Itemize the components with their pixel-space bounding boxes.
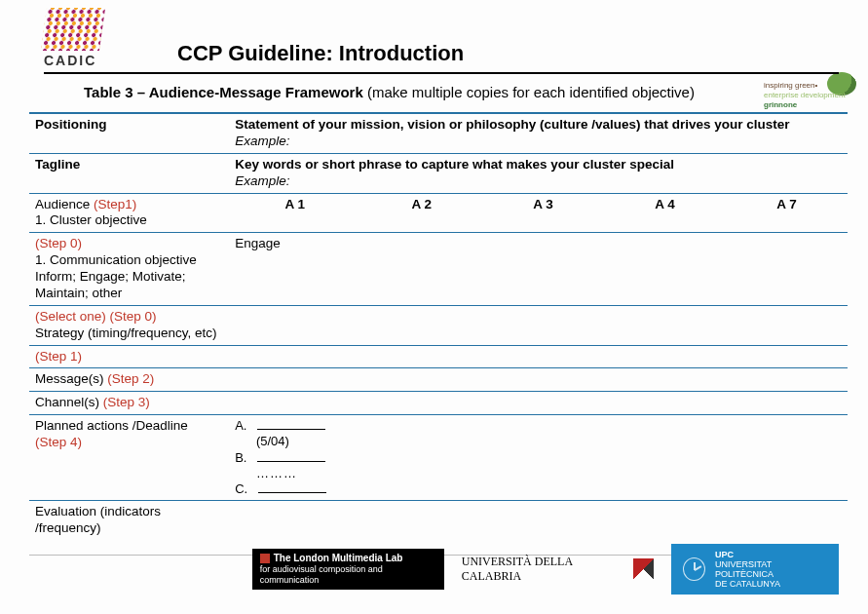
channels-step: (Step 3) — [103, 395, 150, 409]
cell-planned-a7 — [726, 415, 848, 501]
caption-rest: (make multiple copies for each identifie… — [363, 84, 695, 100]
cell-channels-a2 — [360, 392, 482, 415]
upc-small: UPC — [715, 550, 734, 559]
cell-step1-a4 — [604, 345, 726, 368]
step0-red: (Step 0) — [35, 236, 82, 250]
messages-step: (Step 2) — [107, 371, 154, 386]
step0b-red: (Select one) (Step 0) — [35, 309, 157, 324]
row-messages: Message(s) (Step 2) — [29, 368, 848, 392]
logo-universita-calabria: UNIVERSITÀ DELLA CALABRIA — [462, 555, 654, 584]
cell-step0-strategy-a7 — [726, 305, 848, 345]
channels-label: Channel(s) — [35, 395, 103, 409]
cell-step0-comm-label: (Step 0) 1. Communication objective Info… — [29, 233, 229, 306]
badge-line2: enterprise development — [764, 92, 846, 99]
cadic-logo-text: CADIC — [44, 53, 133, 68]
cell-step0-strategy-a3 — [482, 305, 604, 345]
cell-channels-label: Channel(s) (Step 3) — [29, 392, 229, 415]
cell-step0-strategy-a1 — [229, 305, 360, 345]
cell-planned-label: Planned actions /Deadline (Step 4) — [29, 415, 229, 501]
cell-step0-comm-a1: Engage — [229, 233, 360, 306]
row-audience: Audience (Step1) 1. Cluster objective A … — [29, 193, 848, 233]
plan-b-letter: B. — [235, 450, 246, 465]
cell-step0-strategy-a4 — [604, 305, 726, 345]
cell-messages-a2 — [360, 368, 482, 392]
logo-london-multimedia-lab: The London Multimedia Lab for audiovisua… — [252, 549, 444, 590]
tagline-statement: Key words or short phrase to capture wha… — [235, 157, 842, 173]
cell-step0-comm-a7 — [726, 233, 848, 306]
cell-step0-comm-a4 — [604, 233, 726, 306]
upc-circle-icon — [683, 557, 705, 581]
cell-channels-a7 — [726, 392, 848, 415]
lml-square-icon — [260, 554, 270, 563]
plan-c-letter: C. — [235, 481, 247, 496]
cell-evaluation-a2 — [360, 501, 482, 540]
cell-planned-a2 — [360, 415, 482, 501]
cadic-logo-icon — [41, 8, 105, 51]
cell-audience-label: Audience (Step1) 1. Cluster objective — [29, 193, 229, 233]
cell-channels-a1 — [229, 392, 360, 415]
tagline-example: Example: — [235, 173, 842, 190]
cell-messages-a1 — [229, 368, 360, 392]
plan-a-date: (5/04) — [256, 434, 289, 448]
cell-step1-label: (Step 1) — [29, 345, 229, 368]
page-title: CCP Guideline: Introduction — [177, 41, 464, 66]
lml-title: The London Multimedia Lab — [274, 553, 403, 564]
calabria-text: UNIVERSITÀ DELLA CALABRIA — [462, 555, 627, 584]
cell-step1-a2 — [360, 345, 482, 368]
audience-label-main: Audience — [35, 197, 94, 211]
col-a3: A 3 — [482, 193, 604, 233]
audience-label-step: (Step1) — [94, 197, 136, 211]
row-tagline: Tagline Key words or short phrase to cap… — [29, 153, 848, 193]
cadic-logo: CADIC — [44, 8, 133, 76]
cell-step0-strategy-label: (Select one) (Step 0) Strategy (timing/f… — [29, 305, 229, 345]
upc-text: UPC UNIVERSITAT POLITÈCNICA DE CATALUNYA — [715, 550, 827, 589]
cell-step1-a1 — [229, 345, 360, 368]
cell-planned-a3 — [482, 415, 604, 501]
cell-messages-a7 — [726, 368, 848, 392]
badge-line1: inspiring green• — [764, 82, 817, 90]
positioning-statement: Statement of your mission, vision or phi… — [235, 117, 842, 134]
cell-evaluation-a7 — [726, 501, 848, 540]
step0-line: 1. Communication objective Inform; Engag… — [35, 252, 197, 300]
cell-step0-comm-a2 — [360, 233, 482, 306]
col-a1: A 1 — [229, 193, 360, 233]
plan-b-blank — [257, 450, 325, 462]
row-step0-strategy: (Select one) (Step 0) Strategy (timing/f… — [29, 305, 848, 345]
cell-channels-a4 — [604, 392, 726, 415]
cell-messages-a4 — [604, 368, 726, 392]
cell-step0-comm-a3 — [482, 233, 604, 306]
positioning-example: Example: — [235, 134, 842, 150]
row-planned: Planned actions /Deadline (Step 4) A. (5… — [29, 415, 848, 501]
step0b-line: Strategy (timing/frequency, etc) — [35, 326, 217, 340]
plan-a-letter: A. — [235, 418, 246, 433]
cell-planned-a4 — [604, 415, 726, 501]
calabria-icon — [633, 558, 654, 580]
col-a4: A 4 — [604, 193, 726, 233]
row-step0-comm: (Step 0) 1. Communication objective Info… — [29, 233, 848, 306]
plan-c-blank — [258, 481, 326, 493]
row-evaluation: Evaluation (indicators /frequency) — [29, 501, 848, 540]
upc-line1: UNIVERSITAT POLITÈCNICA — [715, 559, 774, 579]
upc-line2: DE CATALUNYA — [715, 579, 780, 589]
plan-b-dots: ……… — [256, 466, 297, 480]
cell-planned-a1: A. (5/04) B. ……… C. — [229, 415, 360, 501]
cell-evaluation-label: Evaluation (indicators /frequency) — [29, 501, 229, 540]
cell-positioning-body: Statement of your mission, vision or phi… — [229, 113, 848, 153]
cell-tagline-label: Tagline — [29, 153, 229, 193]
col-a2: A 2 — [360, 193, 482, 233]
cell-evaluation-a1 — [229, 501, 360, 540]
cell-step0-strategy-a2 — [360, 305, 482, 345]
cell-evaluation-a4 — [604, 501, 726, 540]
grinnone-badge: inspiring green• enterprise development … — [764, 78, 856, 111]
cell-channels-a3 — [482, 392, 604, 415]
lml-sub: for audiovisual composition and communic… — [260, 564, 436, 586]
row-positioning: Positioning Statement of your mission, v… — [29, 113, 848, 153]
col-a7: A 7 — [726, 193, 848, 233]
cell-positioning-label: Positioning — [29, 113, 229, 153]
cell-evaluation-a3 — [482, 501, 604, 540]
cell-step1-a7 — [726, 345, 848, 368]
footer-logos: The London Multimedia Lab for audiovisua… — [29, 544, 839, 595]
messages-label: Message(s) — [35, 371, 107, 386]
title-rule — [44, 72, 839, 74]
planned-label: Planned actions /Deadline — [35, 418, 188, 433]
